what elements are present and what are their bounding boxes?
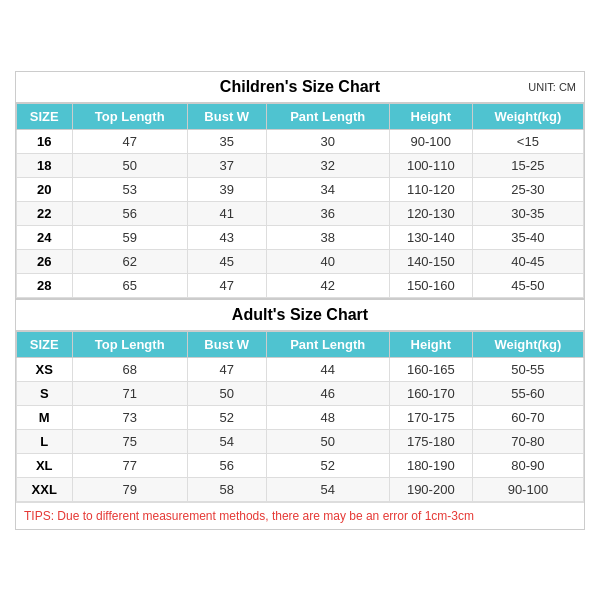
- col-height-adult: Height: [389, 331, 472, 357]
- table-cell: 54: [187, 429, 266, 453]
- table-cell: 37: [187, 153, 266, 177]
- children-table-header: SIZE Top Length Bust W Pant Length Heigh…: [17, 103, 584, 129]
- table-row: 26624540140-15040-45: [17, 249, 584, 273]
- table-cell: 28: [17, 273, 73, 297]
- table-row: XXL795854190-20090-100: [17, 477, 584, 501]
- table-cell: 150-160: [389, 273, 472, 297]
- table-cell: 46: [266, 381, 389, 405]
- adult-table-body: XS684744160-16550-55S715046160-17055-60M…: [17, 357, 584, 501]
- table-cell: 30-35: [472, 201, 583, 225]
- table-cell: 71: [72, 381, 187, 405]
- table-cell: 110-120: [389, 177, 472, 201]
- table-row: S715046160-17055-60: [17, 381, 584, 405]
- table-cell: 170-175: [389, 405, 472, 429]
- table-cell: 41: [187, 201, 266, 225]
- table-cell: 175-180: [389, 429, 472, 453]
- table-cell: 24: [17, 225, 73, 249]
- table-cell: 47: [187, 273, 266, 297]
- table-cell: 40-45: [472, 249, 583, 273]
- table-cell: 100-110: [389, 153, 472, 177]
- table-cell: 73: [72, 405, 187, 429]
- table-cell: 68: [72, 357, 187, 381]
- table-cell: 62: [72, 249, 187, 273]
- table-cell: 65: [72, 273, 187, 297]
- table-cell: 50: [72, 153, 187, 177]
- table-row: M735248170-17560-70: [17, 405, 584, 429]
- tips-text: TIPS: Due to different measurement metho…: [24, 509, 474, 523]
- children-header-row: SIZE Top Length Bust W Pant Length Heigh…: [17, 103, 584, 129]
- children-table-body: 1647353090-100<1518503732100-11015-25205…: [17, 129, 584, 297]
- table-cell: 34: [266, 177, 389, 201]
- table-cell: 47: [72, 129, 187, 153]
- table-cell: 59: [72, 225, 187, 249]
- table-cell: 26: [17, 249, 73, 273]
- table-cell: 53: [72, 177, 187, 201]
- table-cell: S: [17, 381, 73, 405]
- table-cell: 36: [266, 201, 389, 225]
- table-cell: XXL: [17, 477, 73, 501]
- table-cell: 20: [17, 177, 73, 201]
- table-cell: 30: [266, 129, 389, 153]
- col-top-length: Top Length: [72, 103, 187, 129]
- table-row: 28654742150-16045-50: [17, 273, 584, 297]
- adult-table: SIZE Top Length Bust W Pant Length Heigh…: [16, 331, 584, 502]
- table-cell: 50-55: [472, 357, 583, 381]
- table-cell: 90-100: [472, 477, 583, 501]
- col-bust-w-adult: Bust W: [187, 331, 266, 357]
- table-cell: 35: [187, 129, 266, 153]
- table-cell: 130-140: [389, 225, 472, 249]
- table-cell: 180-190: [389, 453, 472, 477]
- table-cell: XL: [17, 453, 73, 477]
- table-cell: 43: [187, 225, 266, 249]
- table-cell: 18: [17, 153, 73, 177]
- table-cell: 75: [72, 429, 187, 453]
- table-cell: 52: [187, 405, 266, 429]
- table-row: 18503732100-11015-25: [17, 153, 584, 177]
- table-row: 20533934110-12025-30: [17, 177, 584, 201]
- col-height: Height: [389, 103, 472, 129]
- table-cell: 160-165: [389, 357, 472, 381]
- adult-title: Adult's Size Chart: [20, 306, 580, 324]
- table-cell: 54: [266, 477, 389, 501]
- table-cell: 190-200: [389, 477, 472, 501]
- table-cell: 77: [72, 453, 187, 477]
- table-cell: 79: [72, 477, 187, 501]
- adult-header-row: SIZE Top Length Bust W Pant Length Heigh…: [17, 331, 584, 357]
- adult-table-header: SIZE Top Length Bust W Pant Length Heigh…: [17, 331, 584, 357]
- table-cell: <15: [472, 129, 583, 153]
- table-row: 1647353090-100<15: [17, 129, 584, 153]
- table-cell: 45-50: [472, 273, 583, 297]
- table-row: 22564136120-13030-35: [17, 201, 584, 225]
- table-cell: 70-80: [472, 429, 583, 453]
- table-row: L755450175-18070-80: [17, 429, 584, 453]
- col-weight: Weight(kg): [472, 103, 583, 129]
- table-cell: 160-170: [389, 381, 472, 405]
- col-size: SIZE: [17, 103, 73, 129]
- table-cell: XS: [17, 357, 73, 381]
- table-cell: 47: [187, 357, 266, 381]
- col-pant-length-adult: Pant Length: [266, 331, 389, 357]
- table-cell: 16: [17, 129, 73, 153]
- table-cell: 56: [187, 453, 266, 477]
- table-cell: 60-70: [472, 405, 583, 429]
- table-cell: 120-130: [389, 201, 472, 225]
- table-cell: 39: [187, 177, 266, 201]
- table-cell: 48: [266, 405, 389, 429]
- table-cell: 44: [266, 357, 389, 381]
- table-cell: 80-90: [472, 453, 583, 477]
- table-cell: L: [17, 429, 73, 453]
- table-cell: 15-25: [472, 153, 583, 177]
- chart-container: Children's Size Chart UNIT: CM SIZE Top …: [15, 71, 585, 530]
- table-cell: 32: [266, 153, 389, 177]
- col-pant-length: Pant Length: [266, 103, 389, 129]
- table-cell: 58: [187, 477, 266, 501]
- table-cell: 40: [266, 249, 389, 273]
- table-cell: 90-100: [389, 129, 472, 153]
- children-title: Children's Size Chart: [20, 78, 580, 96]
- adult-title-row: Adult's Size Chart: [16, 298, 584, 331]
- tips-row: TIPS: Due to different measurement metho…: [16, 502, 584, 529]
- table-cell: 50: [266, 429, 389, 453]
- table-row: XS684744160-16550-55: [17, 357, 584, 381]
- table-cell: 45: [187, 249, 266, 273]
- col-top-length-adult: Top Length: [72, 331, 187, 357]
